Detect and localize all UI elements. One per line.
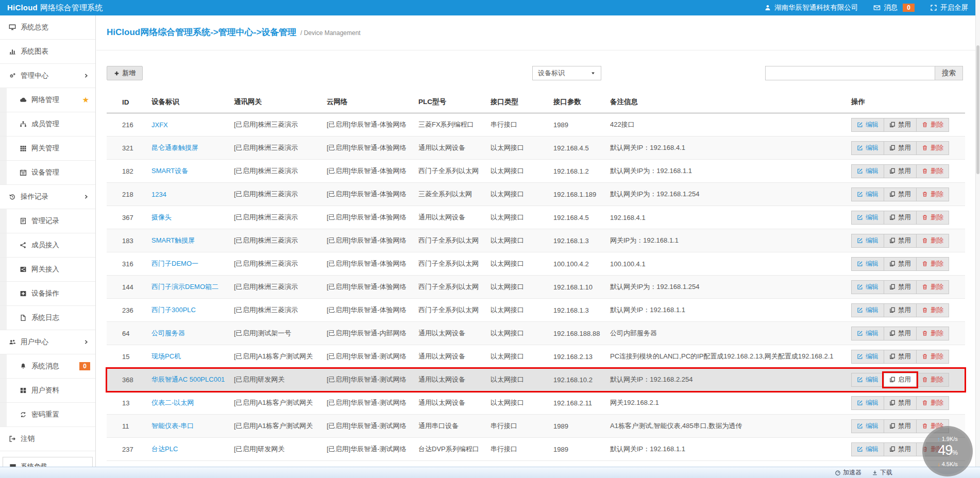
sidebar-item-gateway-management[interactable]: 网关管理 — [0, 136, 95, 161]
delete-button[interactable]: 删除 — [916, 118, 949, 132]
delete-button[interactable]: 删除 — [916, 141, 949, 155]
edit-button[interactable]: 编辑 — [851, 141, 884, 155]
accelerator-item[interactable]: 加速器 — [835, 468, 861, 477]
device-name-link[interactable]: 现场PC机 — [151, 352, 234, 361]
add-device-button[interactable]: 新增 — [107, 66, 143, 80]
fullscreen-button[interactable]: 开启全屏 — [930, 3, 968, 12]
search-button[interactable]: 搜索 — [935, 66, 963, 80]
network-speed-ball[interactable]: ↑ 1.9K/s 49% ↓ 4.5K/s — [922, 426, 973, 476]
toggle-enable-button[interactable]: 禁用 — [884, 234, 917, 248]
sidebar-item-password-reset[interactable]: 密码重置 — [0, 403, 95, 427]
sidebar-item-logout[interactable]: 注销 — [0, 427, 95, 451]
device-name-link[interactable]: JXFX — [151, 121, 234, 129]
sidebar-group-management-center[interactable]: 管理中心 — [0, 64, 95, 88]
sidebar-item-system-logs[interactable]: 系统日志 — [0, 306, 95, 330]
device-name-link[interactable]: 西门子300PLC — [151, 305, 234, 315]
sidebar-group-user-center[interactable]: 用户中心 — [0, 330, 95, 354]
device-name-link[interactable]: 公司服务器 — [151, 329, 234, 338]
cell-interface-type: 串行接口 — [491, 120, 553, 129]
delete-label: 删除 — [931, 190, 943, 199]
toggle-enable-button[interactable]: 禁用 — [884, 164, 917, 178]
edit-button[interactable]: 编辑 — [851, 419, 884, 433]
toggle-enable-button[interactable]: 禁用 — [884, 118, 917, 132]
edit-button[interactable]: 编辑 — [851, 234, 884, 248]
cell-actions: 编辑 禁用 删除 — [851, 234, 965, 248]
edit-button[interactable]: 编辑 — [851, 350, 884, 364]
toggle-enable-button[interactable]: 禁用 — [884, 257, 917, 271]
sidebar-item-device-operations[interactable]: 设备操作 — [0, 282, 95, 306]
device-name-link[interactable]: SMART设备 — [151, 166, 234, 176]
cell-id: 13 — [107, 399, 151, 407]
toggle-enable-button[interactable]: 禁用 — [884, 419, 917, 433]
device-name-link[interactable]: 仪表二-以太网 — [151, 398, 234, 407]
edit-button[interactable]: 编辑 — [851, 303, 884, 317]
device-filter-select[interactable]: 设备标识 — [532, 66, 601, 80]
delete-button[interactable]: 删除 — [916, 303, 949, 317]
messages-menu[interactable]: 消息 0 — [873, 3, 915, 12]
delete-button[interactable]: 删除 — [916, 350, 949, 364]
edit-button[interactable]: 编辑 — [851, 327, 884, 340]
user-icon — [764, 4, 771, 11]
edit-button[interactable]: 编辑 — [851, 211, 884, 225]
device-name-link[interactable]: 西门子DEMO一 — [151, 259, 234, 268]
toggle-enable-button[interactable]: 禁用 — [884, 350, 917, 364]
delete-label: 删除 — [931, 236, 943, 245]
sidebar-item-member-access[interactable]: 成员接入 — [0, 233, 95, 258]
toggle-enable-button[interactable]: 禁用 — [884, 141, 917, 155]
edit-button[interactable]: 编辑 — [851, 257, 884, 271]
delete-button[interactable]: 删除 — [916, 211, 949, 225]
edit-button[interactable]: 编辑 — [851, 396, 884, 410]
toggle-enable-button[interactable]: 禁用 — [884, 396, 917, 410]
toggle-label: 禁用 — [898, 352, 911, 361]
device-name-link[interactable]: 华辰智通AC 500PLC001 — [151, 375, 234, 384]
toggle-enable-button[interactable]: 禁用 — [884, 303, 917, 317]
device-name-link[interactable]: 摄像头 — [151, 213, 234, 222]
edit-button[interactable]: 编辑 — [851, 187, 884, 201]
sidebar-item-system-messages[interactable]: 系统消息 0 — [0, 354, 95, 379]
sidebar-group-operation-records[interactable]: 操作记录 — [0, 185, 95, 209]
toggle-enable-button[interactable]: 禁用 — [884, 211, 917, 225]
cell-cloud-network: [已启用]华辰智通-体验网络 — [327, 213, 418, 222]
delete-button[interactable]: 删除 — [916, 280, 949, 294]
star-icon: ★ — [82, 95, 89, 105]
device-name-link[interactable]: 1234 — [151, 191, 234, 198]
vertical-scrollbar[interactable] — [975, 0, 980, 467]
delete-button[interactable]: 删除 — [916, 234, 949, 248]
toggle-enable-button[interactable]: 禁用 — [884, 187, 917, 201]
edit-button[interactable]: 编辑 — [851, 280, 884, 294]
delete-button[interactable]: 删除 — [916, 396, 949, 410]
toggle-enable-button[interactable]: 启用 — [884, 373, 917, 387]
device-name-link[interactable]: 昆仑通泰触摸屏 — [151, 143, 234, 152]
delete-button[interactable]: 删除 — [916, 257, 949, 271]
sidebar-item-overview[interactable]: 系统总览 — [0, 15, 95, 40]
delete-button[interactable]: 删除 — [916, 164, 949, 178]
sidebar-item-charts[interactable]: 系统图表 — [0, 40, 95, 64]
sidebar-item-device-management[interactable]: 设备管理 — [0, 161, 95, 185]
toggle-enable-button[interactable]: 禁用 — [884, 442, 917, 456]
download-item[interactable]: 下载 — [872, 468, 892, 477]
toggle-enable-button[interactable]: 禁用 — [884, 280, 917, 294]
device-name-link[interactable]: 台达PLC — [151, 445, 234, 454]
sidebar-item-network-management[interactable]: 网络管理 ★ — [0, 88, 95, 112]
sidebar-item-gateway-access[interactable]: 网关接入 — [0, 258, 95, 282]
device-name-link[interactable]: 智能仪表-串口 — [151, 421, 234, 431]
sidebar-item-management-records[interactable]: 管理记录 — [0, 209, 95, 233]
delete-button[interactable]: 删除 — [916, 187, 949, 201]
edit-button[interactable]: 编辑 — [851, 164, 884, 178]
sidebar-item-user-profile[interactable]: 用户资料 — [0, 379, 95, 403]
company-menu[interactable]: 湖南华辰智通科技有限公司 — [764, 3, 858, 12]
sidebar-item-label: 设备操作 — [31, 289, 59, 298]
search-input[interactable] — [765, 66, 935, 80]
device-name-link[interactable]: SMART触摸屏 — [151, 236, 234, 245]
delete-button[interactable]: 删除 — [916, 373, 949, 387]
edit-button[interactable]: 编辑 — [851, 442, 884, 456]
clone-icon — [889, 191, 895, 197]
device-name-link[interactable]: 西门子演示DEMO箱二 — [151, 282, 234, 292]
edit-button[interactable]: 编辑 — [851, 118, 884, 132]
edit-button[interactable]: 编辑 — [851, 373, 884, 387]
toggle-enable-button[interactable]: 禁用 — [884, 327, 917, 340]
delete-button[interactable]: 删除 — [916, 327, 949, 340]
sidebar-item-member-management[interactable]: 成员管理 — [0, 112, 95, 136]
scrollbar-thumb[interactable] — [976, 45, 979, 174]
trash-icon — [922, 353, 928, 360]
